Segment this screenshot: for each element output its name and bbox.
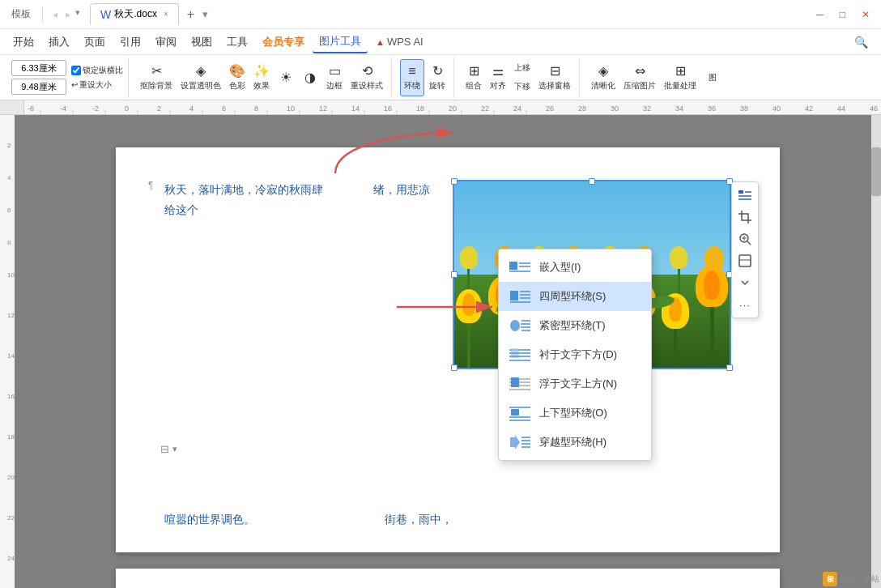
move-down-button[interactable]: 下移 — [511, 78, 534, 96]
document-text-2[interactable]: 喧嚣的世界调色。街巷，雨中， 一个人。我在凄凉萧瑟的细雨中慢慢行走，昏黄的街灯无… — [164, 585, 731, 588]
float-wrap-btn[interactable] — [735, 185, 755, 205]
close-button[interactable]: ✕ — [857, 6, 875, 23]
contrast-icon: ◑ — [304, 70, 316, 85]
watermark-icon: 极 — [823, 572, 837, 586]
height-input[interactable] — [11, 79, 66, 95]
svg-text:36: 36 — [708, 104, 716, 113]
menu-insert[interactable]: 插入 — [42, 32, 76, 53]
paragraph-mark-bottom: ⊟ ▾ — [160, 443, 177, 455]
document-tab[interactable]: W 秋天.docx × — [90, 3, 179, 25]
svg-point-77 — [510, 320, 520, 331]
wrap-menu-item-inline[interactable]: 嵌入型(I) — [499, 253, 651, 282]
brightness-button[interactable]: ☀ — [275, 59, 297, 96]
wrap-menu-item-behind[interactable]: 衬于文字下方(D) — [499, 340, 651, 369]
document-text-bottom[interactable]: 喧嚣的世界调色。街巷，雨中， — [164, 509, 731, 536]
maximize-button[interactable]: □ — [835, 6, 850, 23]
compress-icon: ⇔ — [635, 63, 645, 79]
float-layout-btn[interactable] — [735, 251, 755, 271]
wrap-inline-icon — [509, 258, 531, 276]
wrap-tight-label: 紧密型环绕(T) — [539, 318, 641, 333]
vertical-scrollbar[interactable] — [871, 115, 881, 588]
select-window-button[interactable]: ⊟ 选择窗格 — [535, 59, 574, 96]
text-paragraph-2: 喧嚣的世界调色。街巷，雨中， — [164, 509, 731, 530]
svg-text:12: 12 — [319, 104, 327, 113]
wrap-menu-item-through[interactable]: 穿越型环绕(H) — [499, 428, 651, 457]
svg-text:4: 4 — [189, 104, 194, 113]
wrap-through-label: 穿越型环绕(H) — [539, 435, 641, 450]
svg-text:-6: -6 — [28, 104, 34, 113]
reset-style-button[interactable]: ⟲ 重设样式 — [347, 59, 386, 96]
nav-forward[interactable]: ▸ — [62, 7, 74, 22]
wrap-dropdown-menu[interactable]: 嵌入型(I) 四周型环绕(S) — [498, 249, 652, 461]
menu-member[interactable]: 会员专享 — [256, 32, 311, 53]
wrap-menu-item-topbottom[interactable]: 上下型环绕(O) — [499, 398, 651, 428]
svg-rect-93 — [511, 409, 519, 415]
toolbar-arrange-group: ≡ 环绕 ↻ 旋转 — [395, 58, 454, 98]
lock-ratio-checkbox[interactable] — [71, 66, 81, 75]
more-tools-button[interactable]: 图 — [701, 59, 724, 96]
color-icon: 🎨 — [229, 63, 245, 79]
menu-start[interactable]: 开始 — [6, 32, 40, 53]
width-input[interactable] — [11, 60, 66, 76]
set-transparent-button[interactable]: ◈ 设置透明色 — [177, 59, 224, 96]
menu-reference[interactable]: 引用 — [113, 32, 147, 53]
nav-arrows: ◂ ▸ ▾ — [49, 7, 80, 22]
move-up-button[interactable]: 上移 — [511, 59, 534, 77]
wrap-menu-item-tight[interactable]: 紧密型环绕(T) — [499, 311, 651, 340]
reset-size-button[interactable]: ↩ 重设大小 — [71, 79, 123, 91]
word-icon: W — [100, 8, 111, 21]
border-button[interactable]: ▭ 边框 — [323, 59, 346, 96]
wrap-menu-item-infront[interactable]: 浮于文字上方(N) — [499, 369, 651, 398]
remove-bg-button[interactable]: ✂ 抠除背景 — [137, 59, 176, 96]
paragraph-mark: ¶ — [148, 180, 153, 191]
minimize-button[interactable]: ─ — [811, 6, 828, 23]
tab-dropdown[interactable]: ▾ — [202, 8, 208, 20]
tab-close-button[interactable]: × — [164, 10, 168, 19]
effect-button[interactable]: ✨ 效果 — [250, 59, 273, 96]
nav-back[interactable]: ◂ — [49, 7, 61, 22]
resize-handle-tc[interactable] — [589, 178, 595, 185]
menu-image-tools[interactable]: 图片工具 — [313, 31, 368, 53]
svg-text:24: 24 — [7, 555, 15, 562]
menu-review[interactable]: 审阅 — [149, 32, 183, 53]
rotate-button[interactable]: ↻ 旋转 — [426, 59, 449, 96]
float-zoom-btn[interactable] — [735, 229, 755, 249]
resize-handle-bl[interactable] — [451, 364, 458, 371]
color-button[interactable]: 🎨 色彩 — [226, 59, 249, 96]
wrap-square-icon — [509, 288, 531, 305]
compress-button[interactable]: ⇔ 压缩图片 — [620, 59, 659, 96]
float-crop-btn[interactable] — [735, 207, 755, 227]
group-button[interactable]: ⊞ 组合 — [462, 59, 485, 96]
resize-handle-ml[interactable] — [451, 271, 458, 278]
document-area: 2 4 6 8 10 12 14 16 18 20 22 24 ¶ — [0, 115, 881, 588]
scrollbar-thumb[interactable] — [871, 147, 881, 196]
group-icon: ⊞ — [469, 63, 479, 79]
svg-text:-2: -2 — [92, 104, 99, 113]
wrap-infront-icon — [509, 375, 531, 393]
sharpen-button[interactable]: ◈ 清晰化 — [588, 59, 619, 96]
svg-text:16: 16 — [7, 393, 15, 400]
batch-process-button[interactable]: ⊞ 批量处理 — [661, 59, 700, 96]
resize-handle-br[interactable] — [726, 364, 733, 371]
menu-wps-ai[interactable]: ▲ WPS AI — [369, 32, 430, 51]
menu-page[interactable]: 页面 — [78, 32, 112, 53]
resize-handle-tl[interactable] — [451, 178, 458, 185]
align-button[interactable]: ⚌ 对齐 — [487, 59, 509, 96]
menu-search-icon[interactable]: 🔍 — [848, 32, 875, 52]
nav-dropdown[interactable]: ▾ — [75, 7, 80, 22]
wrap-arrow-svg — [295, 115, 457, 185]
new-tab-button[interactable]: + — [182, 7, 199, 22]
svg-text:20: 20 — [449, 104, 457, 113]
template-label[interactable]: 模板 — [6, 7, 36, 21]
wrap-button[interactable]: ≡ 环绕 — [400, 59, 424, 96]
border-icon: ▭ — [329, 63, 341, 79]
wrap-topbottom-icon — [509, 404, 531, 422]
contrast-button[interactable]: ◑ — [299, 59, 321, 96]
menu-tools[interactable]: 工具 — [220, 32, 254, 53]
float-expand-btn[interactable] — [735, 273, 755, 292]
toolbar-process-group: ◈ 清晰化 ⇔ 压缩图片 ⊞ 批量处理 图 — [583, 58, 729, 98]
float-more-btn[interactable]: ··· — [735, 295, 755, 314]
menu-view[interactable]: 视图 — [185, 32, 219, 53]
wrap-menu-item-square[interactable]: 四周型环绕(S) — [499, 282, 651, 311]
toolbar-edit-group: ✂ 抠除背景 ◈ 设置透明色 🎨 色彩 ✨ 效果 ☀ ◑ ▭ 边框 ⟲ 重设样式 — [132, 58, 392, 98]
